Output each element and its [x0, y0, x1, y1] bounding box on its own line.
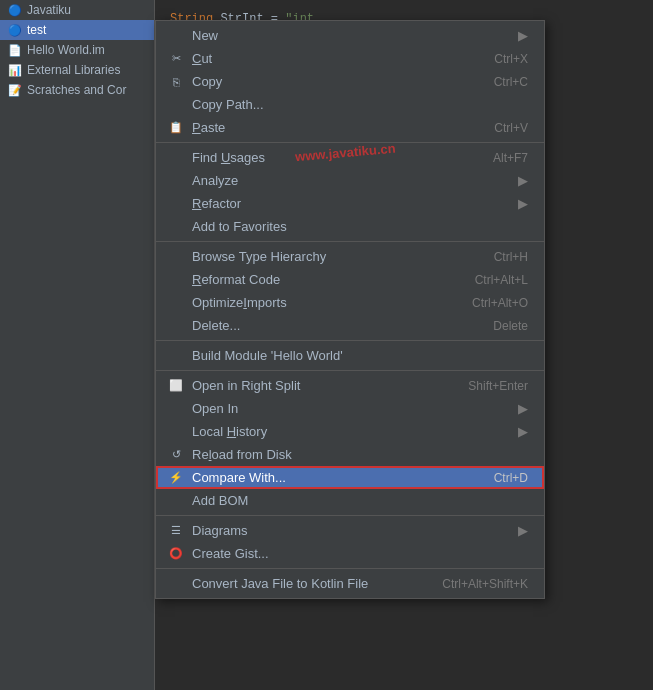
menu-item-label: Browse Type Hierarchy: [192, 249, 464, 264]
sidebar-item-label: External Libraries: [27, 63, 120, 77]
menu-item-copy-path[interactable]: Copy Path...: [156, 93, 544, 116]
sidebar: 🔵 Javatiku 🔵 test 📄 Hello World.im 📊 Ext…: [0, 0, 155, 690]
menu-item-reformat[interactable]: Reformat Code Ctrl+Alt+L: [156, 268, 544, 291]
scratch-icon: 📝: [8, 84, 22, 97]
menu-item-label: Create Gist...: [192, 546, 528, 561]
menu-item-new[interactable]: New ▶: [156, 24, 544, 47]
sidebar-item-label: Javatiku: [27, 3, 71, 17]
menu-item-convert-kotlin[interactable]: Convert Java File to Kotlin File Ctrl+Al…: [156, 572, 544, 595]
menu-item-label: Reload from Disk: [192, 447, 528, 462]
shortcut: Ctrl+Alt+O: [472, 296, 528, 310]
menu-item-hierarchy[interactable]: Browse Type Hierarchy Ctrl+H: [156, 245, 544, 268]
test-icon: 🔵: [8, 24, 22, 37]
arrow-icon: ▶: [518, 196, 528, 211]
sidebar-item-label: Scratches and Cor: [27, 83, 126, 97]
menu-item-copy[interactable]: ⎘ Copy Ctrl+C: [156, 70, 544, 93]
menu-item-label: Find Usages: [192, 150, 463, 165]
paste-icon: 📋: [166, 121, 186, 134]
cut-icon: ✂: [166, 52, 186, 65]
shortcut: Ctrl+D: [494, 471, 528, 485]
shortcut: Ctrl+C: [494, 75, 528, 89]
shortcut: Ctrl+H: [494, 250, 528, 264]
menu-item-label: Open in Right Split: [192, 378, 438, 393]
sidebar-item-helloworld[interactable]: 📄 Hello World.im: [0, 40, 154, 60]
sidebar-item-test[interactable]: 🔵 test: [0, 20, 154, 40]
diagrams-icon: ☰: [166, 524, 186, 537]
menu-item-reload[interactable]: ↺ Reload from Disk: [156, 443, 544, 466]
menu-item-delete[interactable]: Delete... Delete: [156, 314, 544, 337]
arrow-icon: ▶: [518, 523, 528, 538]
reload-icon: ↺: [166, 448, 186, 461]
shortcut: Delete: [493, 319, 528, 333]
menu-item-refactor[interactable]: Refactor ▶: [156, 192, 544, 215]
sidebar-item-label: Hello World.im: [27, 43, 105, 57]
menu-item-build[interactable]: Build Module 'Hello World': [156, 344, 544, 367]
sidebar-item-scratches[interactable]: 📝 Scratches and Cor: [0, 80, 154, 100]
menu-item-local-history[interactable]: Local History ▶: [156, 420, 544, 443]
sidebar-item-external[interactable]: 📊 External Libraries: [0, 60, 154, 80]
menu-item-open-right[interactable]: ⬜ Open in Right Split Shift+Enter: [156, 374, 544, 397]
shortcut: Ctrl+X: [494, 52, 528, 66]
menu-item-label: Copy Path...: [192, 97, 528, 112]
menu-item-label: Local History: [192, 424, 518, 439]
menu-separator: [156, 241, 544, 242]
menu-item-label: Compare With...: [192, 470, 464, 485]
library-icon: 📊: [8, 64, 22, 77]
menu-item-favorites[interactable]: Add to Favorites: [156, 215, 544, 238]
shortcut: Ctrl+V: [494, 121, 528, 135]
menu-item-label: Diagrams: [192, 523, 518, 538]
menu-item-label: Analyze: [192, 173, 518, 188]
compare-icon: ⚡: [166, 471, 186, 484]
shortcut: Ctrl+Alt+Shift+K: [442, 577, 528, 591]
javatiku-icon: 🔵: [8, 4, 22, 17]
menu-item-compare[interactable]: ⚡ Compare With... Ctrl+D: [156, 466, 544, 489]
menu-separator: [156, 515, 544, 516]
copy-icon: ⎘: [166, 76, 186, 88]
menu-item-label: Open In: [192, 401, 518, 416]
menu-item-diagrams[interactable]: ☰ Diagrams ▶: [156, 519, 544, 542]
menu-item-label: Copy: [192, 74, 464, 89]
menu-item-add-bom[interactable]: Add BOM: [156, 489, 544, 512]
menu-item-label: Build Module 'Hello World': [192, 348, 528, 363]
menu-item-label: New: [192, 28, 518, 43]
sidebar-item-label: test: [27, 23, 46, 37]
menu-item-label: Delete...: [192, 318, 463, 333]
menu-item-cut[interactable]: ✂ Cut Ctrl+X: [156, 47, 544, 70]
menu-item-optimize[interactable]: OptimizeImports Ctrl+Alt+O: [156, 291, 544, 314]
shortcut: Alt+F7: [493, 151, 528, 165]
menu-item-label: Paste: [192, 120, 464, 135]
menu-item-label: Cut: [192, 51, 464, 66]
menu-item-analyze[interactable]: Analyze ▶: [156, 169, 544, 192]
arrow-icon: ▶: [518, 424, 528, 439]
sidebar-item-javatiku[interactable]: 🔵 Javatiku: [0, 0, 154, 20]
menu-item-paste[interactable]: 📋 Paste Ctrl+V: [156, 116, 544, 139]
menu-item-label: Refactor: [192, 196, 518, 211]
gist-icon: ⭕: [166, 547, 186, 560]
file-icon: 📄: [8, 44, 22, 57]
menu-item-label: Convert Java File to Kotlin File: [192, 576, 412, 591]
shortcut: Shift+Enter: [468, 379, 528, 393]
menu-item-label: Add to Favorites: [192, 219, 528, 234]
context-menu: New ▶ ✂ Cut Ctrl+X ⎘ Copy Ctrl+C Copy Pa…: [155, 20, 545, 599]
menu-separator: [156, 340, 544, 341]
arrow-icon: ▶: [518, 173, 528, 188]
menu-separator: [156, 568, 544, 569]
arrow-icon: ▶: [518, 28, 528, 43]
menu-item-label: OptimizeImports: [192, 295, 442, 310]
menu-separator: [156, 142, 544, 143]
menu-item-find-usages[interactable]: Find Usages Alt+F7: [156, 146, 544, 169]
split-icon: ⬜: [166, 379, 186, 392]
menu-item-label: Reformat Code: [192, 272, 445, 287]
menu-item-open-in[interactable]: Open In ▶: [156, 397, 544, 420]
menu-item-create-gist[interactable]: ⭕ Create Gist...: [156, 542, 544, 565]
arrow-icon: ▶: [518, 401, 528, 416]
shortcut: Ctrl+Alt+L: [475, 273, 528, 287]
menu-item-label: Add BOM: [192, 493, 528, 508]
menu-separator: [156, 370, 544, 371]
